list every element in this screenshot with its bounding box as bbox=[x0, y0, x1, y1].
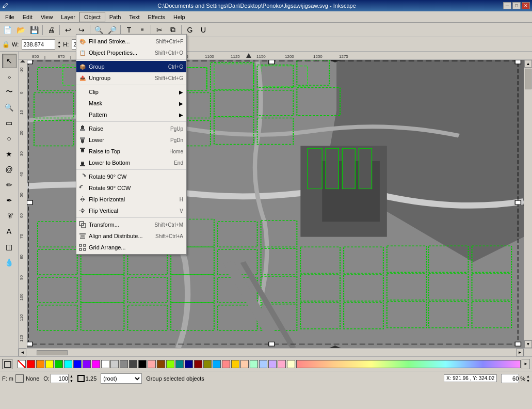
menu-align[interactable]: Align and Distribute... Shift+Ctrl+A bbox=[76, 230, 186, 242]
menu-transform[interactable]: Transform... Shift+Ctrl+M bbox=[76, 219, 186, 230]
color-pink[interactable] bbox=[148, 360, 156, 368]
rect-tool[interactable]: ▭ bbox=[2, 116, 17, 130]
color-peach[interactable] bbox=[240, 360, 249, 368]
star-tool[interactable]: ★ bbox=[2, 147, 17, 161]
color-olive[interactable] bbox=[203, 360, 212, 368]
color-gray[interactable] bbox=[120, 360, 128, 368]
new-button[interactable]: 📄 bbox=[1, 24, 13, 36]
close-button[interactable]: ✕ bbox=[522, 2, 530, 9]
color-sky[interactable] bbox=[259, 360, 267, 368]
color-teal[interactable] bbox=[175, 360, 184, 368]
layer-selector[interactable]: (root) bbox=[101, 373, 142, 384]
menu-ungroup[interactable]: 📤 Ungroup Shift+Ctrl+G bbox=[76, 72, 186, 84]
color-blue[interactable] bbox=[73, 360, 82, 368]
menu-grid[interactable]: Grid Arrange... bbox=[76, 242, 186, 253]
opacity-stepper[interactable]: ▲▼ bbox=[70, 374, 73, 383]
color-gradient-strip[interactable] bbox=[296, 360, 521, 368]
gradient-tool[interactable]: ◫ bbox=[2, 240, 17, 254]
tweak-tool[interactable]: 〜 bbox=[2, 85, 17, 99]
menu-flip-v[interactable]: Flip Vertical V bbox=[76, 205, 186, 216]
menu-obj-props[interactable]: 📋 Object Properties... Shift+Ctrl+O bbox=[76, 47, 186, 58]
menu-edit[interactable]: Edit bbox=[19, 12, 37, 22]
maximize-button[interactable]: □ bbox=[512, 2, 521, 9]
color-cream[interactable] bbox=[287, 360, 295, 368]
color-none[interactable] bbox=[18, 360, 26, 368]
menu-view[interactable]: View bbox=[37, 12, 57, 22]
select-tool[interactable]: ↖ bbox=[2, 54, 17, 68]
opacity-input[interactable] bbox=[51, 374, 69, 383]
menu-flip-h[interactable]: Flip Horizontal H bbox=[76, 194, 186, 205]
scroll-up-btn[interactable]: ▲ bbox=[524, 60, 532, 68]
spiral-tool[interactable]: @ bbox=[2, 162, 17, 177]
menu-text[interactable]: Text bbox=[125, 12, 143, 22]
color-brown[interactable] bbox=[157, 360, 165, 368]
menu-layer[interactable]: Layer bbox=[57, 12, 79, 22]
pencil-tool[interactable]: ✏ bbox=[2, 178, 17, 192]
scroll-right-btn[interactable]: ► bbox=[516, 349, 524, 356]
scroll-thumb-h[interactable] bbox=[37, 350, 68, 355]
dropper-tool[interactable]: 💧 bbox=[2, 255, 17, 270]
node-tool[interactable]: ⬦ bbox=[2, 69, 17, 84]
scroll-thumb-v[interactable] bbox=[525, 69, 531, 89]
pen-tool[interactable]: ✒ bbox=[2, 193, 17, 208]
open-button[interactable]: 📂 bbox=[14, 24, 27, 36]
fill-color-box[interactable] bbox=[15, 374, 24, 383]
menu-path[interactable]: Path bbox=[105, 12, 125, 22]
color-rose[interactable] bbox=[278, 360, 286, 368]
menu-rotate-ccw[interactable]: Rotate 90° CCW bbox=[76, 182, 186, 194]
menu-lower-bottom[interactable]: Lower to Bottom End bbox=[76, 157, 186, 168]
text-tool[interactable]: A bbox=[2, 224, 17, 239]
print-button[interactable]: 🖨 bbox=[45, 24, 57, 36]
color-white[interactable] bbox=[101, 360, 109, 368]
menu-lower[interactable]: Lower PgDn bbox=[76, 134, 186, 146]
color-green[interactable] bbox=[55, 360, 63, 368]
horizontal-scrollbar[interactable]: ◄ ► bbox=[19, 348, 532, 356]
color-magenta[interactable] bbox=[92, 360, 100, 368]
color-dark-gray[interactable] bbox=[129, 360, 137, 368]
callig-tool[interactable]: 𝒞 bbox=[2, 209, 17, 223]
color-navy[interactable] bbox=[185, 360, 193, 368]
up-down-arrows-w[interactable]: ▲▼ bbox=[57, 40, 61, 49]
scroll-down-btn[interactable]: ▼ bbox=[524, 340, 532, 348]
scroll-track-h[interactable] bbox=[26, 350, 516, 355]
color-purple[interactable] bbox=[83, 360, 91, 368]
menu-clip[interactable]: Clip ▶ bbox=[76, 86, 186, 98]
color-light-gray[interactable] bbox=[110, 360, 119, 368]
menu-raise[interactable]: Raise PgUp bbox=[76, 123, 186, 134]
color-black[interactable] bbox=[138, 360, 147, 368]
fill-swatch[interactable] bbox=[2, 359, 12, 369]
menu-group[interactable]: 📦 Group Ctrl+G bbox=[76, 61, 186, 72]
color-yellow[interactable] bbox=[45, 360, 54, 368]
color-lavender[interactable] bbox=[268, 360, 277, 368]
color-maroon[interactable] bbox=[194, 360, 202, 368]
menu-mask[interactable]: Mask ▶ bbox=[76, 98, 186, 109]
zoom-input[interactable] bbox=[501, 374, 519, 383]
menu-fill-stroke[interactable]: 🎨 Fill and Stroke... Shift+Ctrl+F bbox=[76, 36, 186, 47]
menu-rotate-cw[interactable]: Rotate 90° CW bbox=[76, 171, 186, 182]
zoom-tool[interactable]: 🔍 bbox=[2, 100, 17, 115]
circle-tool[interactable]: ○ bbox=[2, 131, 17, 146]
menu-file[interactable]: File bbox=[1, 12, 19, 22]
minimize-button[interactable]: ─ bbox=[503, 2, 511, 9]
menu-raise-top[interactable]: Raise to Top Home bbox=[76, 146, 186, 157]
color-cyan[interactable] bbox=[64, 360, 72, 368]
undo-button[interactable]: ↩ bbox=[62, 24, 74, 36]
color-aqua[interactable] bbox=[213, 360, 221, 368]
width-field[interactable]: 238.874 bbox=[22, 39, 55, 50]
color-mint[interactable] bbox=[250, 360, 258, 368]
save-button[interactable]: 💾 bbox=[28, 24, 40, 36]
layer-dropdown[interactable]: (root) bbox=[101, 373, 142, 384]
menu-effects[interactable]: Effects bbox=[144, 12, 169, 22]
color-scroll-btn[interactable]: ► bbox=[522, 359, 530, 369]
color-lime[interactable] bbox=[166, 360, 174, 368]
color-salmon[interactable] bbox=[222, 360, 230, 368]
color-orange[interactable] bbox=[36, 360, 44, 368]
vertical-scrollbar[interactable]: ▲ ▼ bbox=[524, 60, 532, 348]
menu-help[interactable]: Help bbox=[169, 12, 189, 22]
zoom-stepper[interactable]: ▲▼ bbox=[526, 374, 530, 383]
color-gold[interactable] bbox=[231, 360, 239, 368]
color-red[interactable] bbox=[27, 360, 35, 368]
ungroup-btn[interactable]: U bbox=[197, 24, 209, 36]
scroll-left-btn[interactable]: ◄ bbox=[19, 349, 26, 356]
menu-pattern[interactable]: Pattern ▶ bbox=[76, 109, 186, 120]
